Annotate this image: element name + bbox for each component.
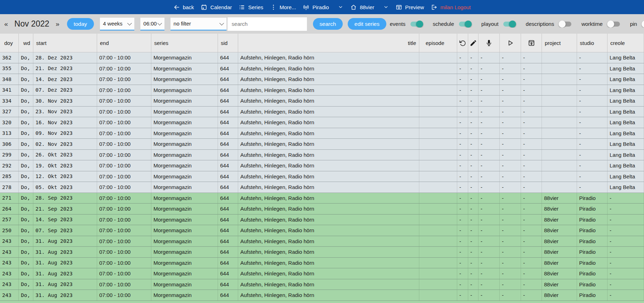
toggle-descriptions: descriptions <box>526 21 572 28</box>
table-row[interactable]: 362Do,28. Dez 202307:00 - 10:00Morgenmag… <box>0 52 644 63</box>
table-row[interactable]: 257Do,14. Sep 202307:00 - 10:00Morgenmag… <box>0 215 644 225</box>
chevron-down-icon[interactable] <box>338 4 343 10</box>
play-icon <box>506 39 514 47</box>
today-button[interactable]: today <box>67 18 94 30</box>
search-button[interactable]: search <box>313 18 343 30</box>
cell-creole: Lang Belta <box>607 63 644 74</box>
chevron-down-icon[interactable] <box>383 4 389 10</box>
cell-project: 88vier <box>542 193 577 204</box>
nav-item-calendar[interactable]: Calendar <box>201 4 232 11</box>
cell-edit: - <box>468 63 478 74</box>
next-month-button[interactable]: » <box>54 20 61 28</box>
cell-series: Morgenmagazin <box>151 96 218 106</box>
nav-item-back[interactable]: back <box>173 4 194 11</box>
nav-item-preview[interactable]: Preview <box>396 4 424 11</box>
nav-item-station[interactable]: 88vier <box>350 4 374 11</box>
cell-creole: Lang Belta <box>607 85 644 96</box>
table-row[interactable]: 320Do,16. Nov 202307:00 - 10:00Morgenmag… <box>0 117 644 128</box>
table-row[interactable]: 271Do,28. Sep 202307:00 - 10:00Morgenmag… <box>0 193 644 204</box>
toggle-worktime-switch[interactable] <box>607 21 620 28</box>
table-row[interactable]: 306Do,02. Nov 202307:00 - 10:00Morgenmag… <box>0 139 644 150</box>
cell-play: - <box>500 171 521 182</box>
table-row[interactable]: 313Do,09. Nov 202307:00 - 10:00Morgenmag… <box>0 128 644 139</box>
nav-item-piradio[interactable]: Piradio <box>303 4 329 11</box>
cell-record: - <box>478 128 500 139</box>
cell-project: 88vier <box>542 215 577 225</box>
cell-undo: - <box>457 150 468 160</box>
nav-item-logout[interactable]: milan Logout <box>431 4 471 11</box>
nav-item-more[interactable]: More... <box>270 4 296 11</box>
cell-wd: Do, <box>19 74 33 85</box>
time-select[interactable]: 06:00 <box>140 18 164 30</box>
range-select[interactable]: 4 weeks <box>100 18 134 30</box>
cell-project <box>542 52 577 63</box>
cell-undo: - <box>457 74 468 85</box>
table-row[interactable]: 243Do,31. Aug 202307:00 - 10:00Morgenmag… <box>0 268 644 279</box>
cell-sid: 644 <box>218 63 238 74</box>
prev-month-button[interactable]: « <box>3 20 10 28</box>
table-row[interactable]: 292Do,19. Okt 202307:00 - 10:00Morgenmag… <box>0 160 644 171</box>
cell-title: Aufstehn, Hinlegen, Radio hörn <box>238 258 419 268</box>
table-row[interactable]: 243Do,31. Aug 202307:00 - 10:00Morgenmag… <box>0 279 644 290</box>
mic-icon <box>485 39 493 47</box>
table-row[interactable]: 299Do,26. Okt 202307:00 - 10:00Morgenmag… <box>0 150 644 161</box>
cell-start: 19. Okt 2023 <box>33 160 97 171</box>
cell-end: 07:00 - 10:00 <box>97 204 151 214</box>
edit-series-button[interactable]: edit series <box>348 18 386 30</box>
logout-icon <box>431 4 437 11</box>
table-row[interactable]: 285Do,12. Okt 202307:00 - 10:00Morgenmag… <box>0 171 644 182</box>
cell-archive: - <box>521 193 542 204</box>
nav-item-series[interactable]: Series <box>239 4 263 11</box>
cell-undo: - <box>457 215 468 225</box>
toggle-events-switch[interactable] <box>410 21 423 28</box>
cell-archive: - <box>521 236 542 247</box>
column-header-wd: wd <box>19 34 33 52</box>
table-row[interactable]: 250Do,07. Sep 202307:00 - 10:00Morgenmag… <box>0 225 644 236</box>
cell-wd: Do, <box>19 215 33 225</box>
table-row[interactable]: 243Do,31. Aug 202307:00 - 10:00Morgenmag… <box>0 247 644 258</box>
cell-project: 88vier <box>542 204 577 214</box>
search-input[interactable] <box>228 17 307 31</box>
cell-title: Aufstehn, Hinlegen, Radio hörn <box>238 236 419 247</box>
toggle-schedule: schedule <box>433 21 472 28</box>
table-row[interactable]: 243Do,31. Aug 202307:00 - 10:00Morgenmag… <box>0 290 644 301</box>
table-row[interactable]: 243Do,31. Aug 202307:00 - 10:00Morgenmag… <box>0 258 644 269</box>
toggle-schedule-switch[interactable] <box>459 21 472 28</box>
cell-undo: - <box>457 268 468 279</box>
cell-edit: - <box>468 290 478 301</box>
toggle-pin-switch[interactable] <box>642 21 644 28</box>
table-row[interactable]: 348Do,14. Dez 202307:00 - 10:00Morgenmag… <box>0 74 644 85</box>
column-header-wd-label: wd <box>23 40 30 46</box>
cell-record: - <box>478 96 500 106</box>
cell-project: 88vier <box>542 236 577 247</box>
cell-undo: - <box>457 225 468 236</box>
cell-sid: 644 <box>218 74 238 85</box>
toggle-descriptions-switch[interactable] <box>559 21 572 28</box>
cell-title: Aufstehn, Hinlegen, Radio hörn <box>238 150 419 160</box>
cell-undo: - <box>457 258 468 268</box>
cell-end: 07:00 - 10:00 <box>97 74 151 85</box>
cell-end: 07:00 - 10:00 <box>97 215 151 225</box>
toggle-worktime-label: worktime <box>581 21 603 27</box>
filter-select[interactable]: no filter <box>170 18 226 30</box>
table-row[interactable]: 355Do,21. Dez 202307:00 - 10:00Morgenmag… <box>0 63 644 74</box>
nav-item-logout-label: milan Logout <box>440 4 471 10</box>
table-row[interactable]: 278Do,05. Okt 202307:00 - 10:00Morgenmag… <box>0 182 644 193</box>
cell-title: Aufstehn, Hinlegen, Radio hörn <box>238 279 419 290</box>
table-row[interactable]: 341Do,07. Dez 202307:00 - 10:00Morgenmag… <box>0 85 644 96</box>
cell-episode <box>419 117 457 128</box>
table-row[interactable]: 264Do,21. Sep 202307:00 - 10:00Morgenmag… <box>0 204 644 215</box>
toggle-playout-switch[interactable] <box>503 21 516 28</box>
cell-wd: Do, <box>19 128 33 139</box>
table-row[interactable]: 243Do,31. Aug 202307:00 - 10:00Morgenmag… <box>0 236 644 247</box>
table-row[interactable]: 327Do,23. Nov 202307:00 - 10:00Morgenmag… <box>0 107 644 118</box>
cell-studio: - <box>577 150 607 160</box>
cell-edit: - <box>468 117 478 128</box>
cell-creole: - <box>607 268 644 279</box>
cell-creole: - <box>607 204 644 214</box>
cell-undo: - <box>457 193 468 204</box>
toggle-worktime: worktime <box>581 21 620 28</box>
table-row[interactable]: 334Do,30. Nov 202307:00 - 10:00Morgenmag… <box>0 96 644 107</box>
cell-creole: - <box>607 258 644 268</box>
cell-play: - <box>500 128 521 139</box>
